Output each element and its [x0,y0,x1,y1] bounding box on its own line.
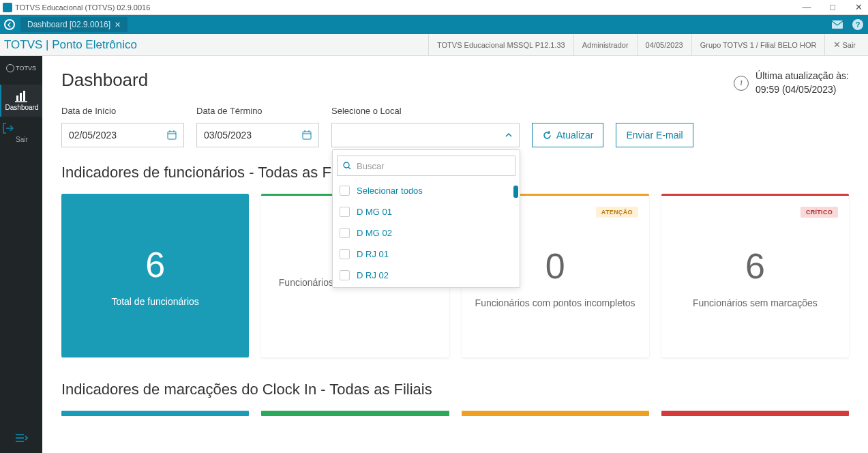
close-window-button[interactable]: ✕ [852,2,865,12]
card-number: 0 [545,246,565,287]
card-total-employees[interactable]: 6 Total de funcionários [61,194,249,357]
local-dropdown: Buscar Selecionar todos D MG 01 [332,149,520,288]
header-env: TOTVS Educacional MSSQL P12.1.33 [428,34,573,56]
option-label: D RJ 02 [357,270,389,280]
end-date-label: Data de Término [196,106,319,116]
checkbox-icon [340,186,350,196]
sidebar-item-label: Sair [16,136,28,143]
card-number: 6 [145,244,165,285]
tab-label: Dashboard [02.9.0016] [27,20,110,29]
back-icon[interactable] [4,19,15,30]
header-group: Grupo TOTVS 1 / Filial BELO HOR [691,34,825,56]
clockin-cards-preview [61,411,849,416]
window-controls: — □ ✕ [800,2,865,12]
svg-line-19 [348,167,350,169]
app-tabbar: Dashboard [02.9.0016] ✕ ? [0,15,868,34]
refresh-button[interactable]: Atualizar [532,123,603,147]
tab-close-icon[interactable]: ✕ [115,20,121,29]
option-label: D MG 02 [357,228,392,238]
search-placeholder: Buscar [357,161,384,171]
chevron-up-icon [505,133,512,137]
start-date-label: Data de Início [61,106,184,116]
dropdown-option[interactable]: D RJ 02 [337,265,514,286]
mail-icon[interactable] [831,20,843,29]
svg-rect-5 [23,91,25,101]
info-icon[interactable]: i [734,76,749,91]
sidebar-item-sair[interactable]: Sair [0,117,42,149]
bar-segment [261,411,449,416]
close-icon: ✕ [833,40,841,50]
calendar-icon[interactable] [167,130,177,140]
svg-rect-10 [168,132,176,139]
header-user: Administrador [573,34,637,56]
window-title: TOTVS Educacional (TOTVS) 02.9.0016 [15,3,800,12]
totvs-ring-icon [6,64,14,72]
svg-rect-3 [16,96,18,101]
bar-segment [462,411,649,416]
end-date-input[interactable]: 03/05/2023 [196,123,319,147]
app-title: TOTVS | Ponto Eletrônico [4,38,137,52]
attention-badge: ATENÇÃO [596,207,638,218]
refresh-icon [542,130,552,141]
critical-badge: CRÍTICO [800,207,838,218]
help-icon[interactable]: ? [852,18,864,31]
bar-segment [661,411,849,416]
update-time: 09:59 (04/05/2023) [755,83,849,97]
end-date-value: 03/05/2023 [204,130,252,141]
card-no-marks[interactable]: CRÍTICO 6 Funcionários sem marcações [661,194,849,357]
search-icon [343,162,351,170]
dropdown-option[interactable]: D MG 01 [337,201,514,222]
chart-icon [1,90,42,102]
exit-label: Sair [842,41,856,49]
dropdown-search-input[interactable]: Buscar [337,156,515,176]
dropdown-select-all[interactable]: Selecionar todos [337,180,514,201]
checkbox-icon [340,228,350,238]
calendar-icon[interactable] [302,130,312,140]
svg-rect-4 [20,93,22,101]
card-label: Funcionários com pontos incompletos [475,297,635,308]
bar-segment [61,411,249,416]
dropdown-option[interactable]: D RJ 01 [337,244,514,265]
select-all-label: Selecionar todos [357,186,423,196]
option-label: D RJ 01 [357,249,389,259]
option-label: D MG 01 [357,207,392,217]
refresh-label: Atualizar [556,130,593,141]
svg-point-18 [344,162,349,168]
update-label: Última atualização às: [755,70,849,83]
checkbox-icon [340,270,350,280]
header-bar: TOTVS | Ponto Eletrônico TOTVS Educacion… [0,34,868,56]
send-email-button[interactable]: Enviar E-mail [616,123,693,147]
checkbox-icon [340,207,350,217]
sidebar-logo: TOTVS [6,64,36,72]
dropdown-option[interactable]: D MG 02 [337,222,514,244]
start-date-input[interactable]: 02/05/2023 [61,123,184,147]
section-clockin-title: Indicadores de marcações do Clock In - T… [61,381,849,398]
card-label: Funcionários sem marcações [693,297,818,308]
tab-dashboard[interactable]: Dashboard [02.9.0016] ✕ [20,17,128,32]
sidebar-expand-icon[interactable] [14,433,28,443]
card-label: Total de funcionários [111,296,198,307]
checkbox-icon [340,249,350,259]
svg-text:?: ? [856,20,860,29]
sidebar-item-label: Dashboard [5,104,39,111]
start-date-value: 02/05/2023 [69,130,117,141]
page-title: Dashboard [61,70,148,91]
svg-rect-0 [832,20,843,29]
last-update-info: i Última atualização às: 09:59 (04/05/20… [734,70,849,96]
maximize-button[interactable]: □ [826,2,839,12]
main-content: Dashboard i Última atualização às: 09:59… [42,56,868,453]
app-icon [3,3,12,12]
email-label: Enviar E-mail [626,130,683,141]
window-titlebar: TOTVS Educacional (TOTVS) 02.9.0016 — □ … [0,0,868,15]
header-date: 04/05/2023 [637,34,691,56]
svg-rect-14 [303,132,311,139]
scrollbar-thumb[interactable] [513,186,518,198]
local-label: Selecione o Local [331,106,520,116]
sidebar-item-dashboard[interactable]: Dashboard [0,85,42,117]
logout-icon [1,122,42,134]
minimize-button[interactable]: — [800,2,813,12]
local-select[interactable]: Buscar Selecionar todos D MG 01 [331,123,520,147]
header-exit-button[interactable]: ✕ Sair [824,34,864,56]
sidebar: TOTVS Dashboard Sair [0,56,42,453]
card-number: 6 [745,246,765,287]
